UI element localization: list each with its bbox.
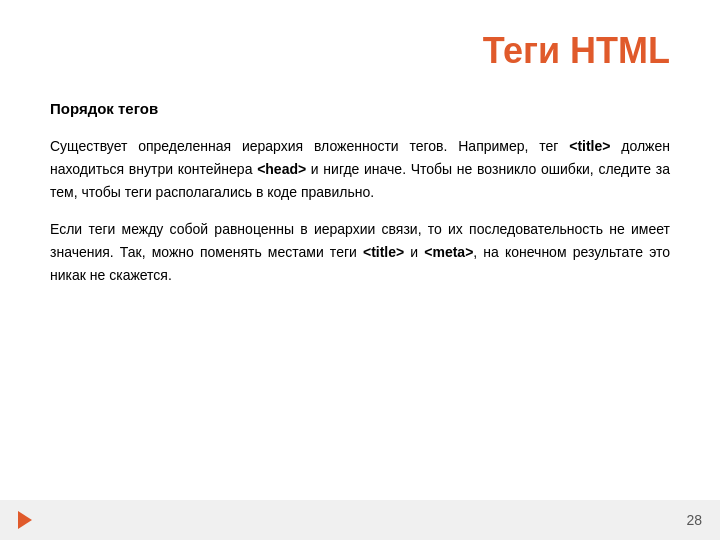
section-heading: Порядок тегов — [50, 100, 670, 117]
paragraph-1-tag1: <title> — [569, 138, 610, 154]
slide-title: Теги HTML — [50, 30, 670, 72]
paragraph-2-tag2: <meta> — [424, 244, 473, 260]
arrow-icon — [18, 511, 32, 529]
paragraph-2: Если теги между собой равноценны в иерар… — [50, 218, 670, 287]
slide: Теги HTML Порядок тегов Существует опред… — [0, 0, 720, 540]
paragraph-1-text-start: Существует определенная иерархия вложенн… — [50, 138, 569, 154]
bottom-bar: 28 — [0, 500, 720, 540]
page-number: 28 — [686, 512, 702, 528]
paragraph-1: Существует определенная иерархия вложенн… — [50, 135, 670, 204]
paragraph-2-text-mid: и — [404, 244, 424, 260]
paragraph-2-tag1: <title> — [363, 244, 404, 260]
paragraph-1-tag2: <head> — [257, 161, 306, 177]
